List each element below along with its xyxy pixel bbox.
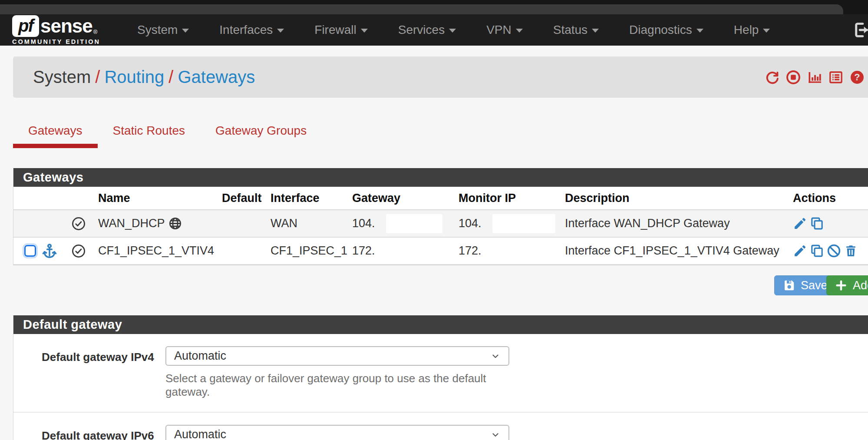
gateways-panel: Gateways Name Default Interface Gateway …: [13, 168, 868, 265]
chevron-down-icon: [763, 29, 770, 33]
gateway-name: WAN_DHCP: [98, 217, 165, 230]
monitor-ip: 172.: [454, 238, 561, 265]
gateway-online-icon: [71, 216, 86, 231]
breadcrumb-gateways-link[interactable]: Gateways: [178, 67, 255, 86]
tab-gateways[interactable]: Gateways: [13, 124, 98, 148]
selected-value: Automatic: [174, 428, 226, 440]
breadcrumb-system: System: [33, 67, 91, 86]
globe-icon: [168, 217, 182, 230]
table-row-wan-dhcp: WAN_DHCP WAN 104. 104. Interface WAN_DHC…: [13, 210, 868, 238]
disable-icon[interactable]: [827, 244, 841, 258]
chevron-down-icon: [490, 430, 501, 440]
nav-item-diagnostics[interactable]: Diagnostics: [614, 14, 719, 46]
sign-out-icon[interactable]: [851, 20, 868, 40]
browser-tab: [0, 4, 843, 14]
chevron-down-icon: [696, 29, 703, 33]
add-button[interactable]: Add: [826, 275, 868, 295]
col-interface: Interface: [266, 187, 348, 210]
browser-chrome: [0, 0, 868, 14]
nav-item-firewall[interactable]: Firewall: [299, 14, 383, 46]
anchor-icon[interactable]: [41, 243, 58, 259]
default-gateway-panel: Default gateway Default gateway IPv4 Aut…: [13, 315, 868, 440]
gateway-name: CF1_IPSEC_1_VTIV4: [94, 238, 218, 265]
gateways-table-header: Name Default Interface Gateway Monitor I…: [13, 187, 868, 210]
gateway-online-icon: [71, 244, 86, 258]
edit-icon[interactable]: [793, 244, 807, 258]
gateway-interface: CF1_IPSEC_1: [266, 238, 348, 265]
chevron-down-icon: [182, 29, 189, 33]
default-gateway-ipv4-select[interactable]: Automatic: [165, 346, 509, 366]
navbar: pf sense ® COMMUNITY EDITION System Inte…: [0, 14, 868, 46]
gateway-description: Interface WAN_DHCP Gateway: [561, 210, 789, 238]
refresh-icon[interactable]: [764, 69, 780, 85]
selected-value: Automatic: [174, 349, 226, 363]
chevron-down-icon: [361, 29, 368, 33]
tab-static-routes[interactable]: Static Routes: [98, 124, 201, 148]
help-circle-icon[interactable]: ?: [849, 69, 865, 85]
stop-circle-icon[interactable]: [785, 69, 801, 85]
save-icon: [782, 279, 795, 292]
copy-icon[interactable]: [810, 216, 824, 231]
default-gateway-panel-title: Default gateway: [13, 315, 868, 334]
log-list-icon[interactable]: [828, 69, 844, 85]
chevron-down-icon: [449, 29, 456, 33]
page-action-icons: ?: [764, 69, 865, 85]
monitor-ip: 104.: [459, 217, 482, 230]
gateway-interface: WAN: [266, 210, 348, 238]
breadcrumb-bar: System/Routing/Gateways: [13, 56, 868, 98]
nav-item-system[interactable]: System: [122, 14, 204, 46]
nav-item-vpn[interactable]: VPN: [471, 14, 538, 46]
breadcrumb-routing-link[interactable]: Routing: [104, 67, 164, 86]
chevron-down-icon: [516, 29, 523, 33]
chevron-down-icon: [592, 29, 599, 33]
chevron-down-icon: [277, 29, 284, 33]
edit-icon[interactable]: [793, 216, 807, 231]
brand-registered-mark: ®: [93, 29, 98, 35]
routing-tabs: Gateways Static Routes Gateway Groups: [13, 124, 868, 148]
nav-item-status[interactable]: Status: [538, 14, 614, 46]
form-row-ipv4: Default gateway IPv4 Automatic Select a …: [13, 334, 868, 412]
gateway-default: [218, 238, 266, 265]
col-gateway: Gateway: [348, 187, 454, 210]
delete-icon[interactable]: [844, 244, 858, 258]
pf-logo-box: pf: [12, 15, 39, 37]
gateway-default: [218, 210, 266, 238]
plus-icon: [835, 279, 848, 292]
gateways-panel-title: Gateways: [13, 168, 868, 187]
gateway-address: 104.: [352, 217, 375, 230]
pfsense-logo[interactable]: pf sense ® COMMUNITY EDITION: [12, 15, 100, 45]
chevron-down-icon: [490, 351, 501, 361]
redaction-box: [492, 214, 555, 233]
form-row-ipv6: Default gateway IPv6 Automatic Select a …: [13, 412, 868, 440]
default-gateway-ipv6-select[interactable]: Automatic: [165, 425, 509, 440]
redaction-box: [386, 214, 442, 233]
button-row: Save Add: [13, 275, 868, 295]
svg-text:?: ?: [854, 72, 860, 83]
table-row-cf1-ipsec: CF1_IPSEC_1_VTIV4 CF1_IPSEC_1 172. 172. …: [13, 238, 868, 265]
col-actions: Actions: [789, 187, 868, 210]
ipv4-help-text: Select a gateway or failover gateway gro…: [165, 372, 509, 399]
col-name: Name: [94, 187, 218, 210]
breadcrumb: System/Routing/Gateways: [13, 67, 255, 87]
bar-chart-icon[interactable]: [807, 69, 822, 85]
brand-edition: COMMUNITY EDITION: [12, 38, 100, 45]
selection-square-icon[interactable]: [24, 245, 36, 257]
brand-sense: sense: [40, 15, 92, 37]
tab-gateway-groups[interactable]: Gateway Groups: [200, 124, 322, 148]
nav-menu: System Interfaces Firewall Services VPN …: [122, 14, 785, 46]
nav-item-help[interactable]: Help: [719, 14, 785, 46]
default-gateway-ipv6-label: Default gateway IPv6: [13, 425, 165, 440]
col-monitor-ip: Monitor IP: [454, 187, 561, 210]
nav-item-interfaces[interactable]: Interfaces: [204, 14, 299, 46]
copy-icon[interactable]: [810, 244, 824, 258]
nav-item-services[interactable]: Services: [383, 14, 471, 46]
gateway-description: Interface CF1_IPSEC_1_VTIV4 Gateway: [561, 238, 789, 265]
col-description: Description: [561, 187, 789, 210]
col-default: Default: [218, 187, 266, 210]
default-gateway-ipv4-label: Default gateway IPv4: [13, 346, 165, 399]
gateway-address: 172.: [348, 238, 454, 265]
